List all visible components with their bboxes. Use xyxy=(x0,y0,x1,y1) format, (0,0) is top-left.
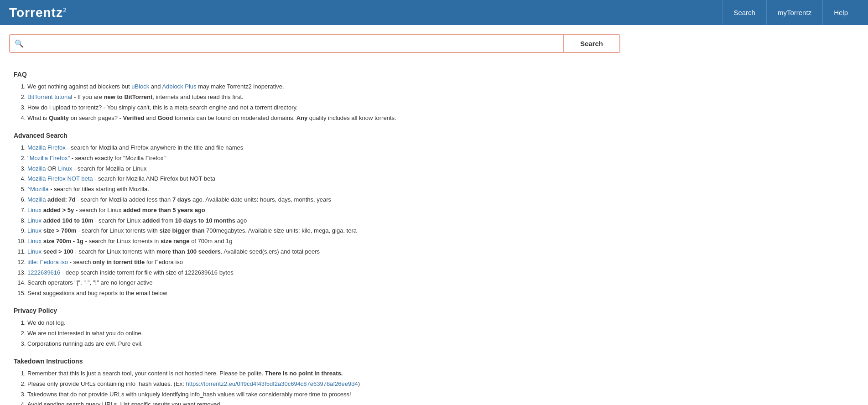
advanced-search-title: Advanced Search xyxy=(14,130,616,140)
search-input[interactable] xyxy=(26,35,558,52)
list-item: Mozilla OR Linux - search for Mozilla or… xyxy=(27,164,616,174)
privacy-policy-list: We do not log. We are not interested in … xyxy=(27,318,616,348)
content: FAQ We got nothing against ad blockers b… xyxy=(0,57,629,405)
takedown-title: Takedown Instructions xyxy=(14,356,616,366)
adv-link-4[interactable]: Mozilla Firefox NOT beta xyxy=(27,175,93,182)
faq-list: We got nothing against ad blockers but u… xyxy=(27,82,616,123)
adv-link-11[interactable]: Linux xyxy=(27,248,42,255)
bittorrent-tutorial-link[interactable]: BitTorrent tutorial xyxy=(27,93,72,100)
list-item: Linux seed > 100 - search for Linux torr… xyxy=(27,247,616,257)
nav-bar: Search myTorrentz Help xyxy=(722,0,859,25)
adv-link-8[interactable]: Linux xyxy=(27,217,42,224)
privacy-policy-title: Privacy Policy xyxy=(14,306,616,316)
list-item: We are not interested in what you do onl… xyxy=(27,329,616,338)
site-logo[interactable]: Torrentz2 xyxy=(9,5,67,20)
list-item: We got nothing against ad blockers but u… xyxy=(27,82,616,92)
header: Torrentz2 Search myTorrentz Help xyxy=(0,0,868,25)
adv-link-1[interactable]: Mozilla Firefox xyxy=(27,144,66,151)
adv-link-5[interactable]: ^Mozilla xyxy=(27,186,49,192)
list-item: What is Quality on search pages? - Verif… xyxy=(27,114,616,123)
adv-link-9[interactable]: Linux xyxy=(27,227,42,234)
list-item: Linux size > 700m - search for Linux tor… xyxy=(27,226,616,236)
takedown-list: Remember that this is just a search tool… xyxy=(27,369,616,405)
list-item: How do I upload to torrentz? - You simpl… xyxy=(27,103,616,113)
list-item: Mozilla Firefox - search for Mozilla and… xyxy=(27,143,616,153)
logo-text: Torrentz xyxy=(9,5,63,20)
adv-link-12[interactable]: title: Fedora iso xyxy=(27,259,68,265)
faq-title: FAQ xyxy=(14,69,616,79)
list-item: Linux size 700m - 1g - search for Linux … xyxy=(27,237,616,246)
list-item: Remember that this is just a search tool… xyxy=(27,369,616,379)
adv-link-3b[interactable]: Linux xyxy=(58,165,72,172)
list-item: Send suggestions and bug reports to the … xyxy=(27,289,616,298)
adv-link-13[interactable]: 1222639616 xyxy=(27,269,60,276)
nav-search[interactable]: Search xyxy=(722,0,766,25)
adblock-link[interactable]: Adblock Plus xyxy=(162,83,196,90)
nav-mytorrentz[interactable]: myTorrentz xyxy=(766,0,822,25)
list-item: ^Mozilla - search for titles starting wi… xyxy=(27,185,616,194)
search-area: 🔍 Search xyxy=(0,25,629,57)
ublock-link[interactable]: uBlock xyxy=(131,83,149,90)
list-item: Mozilla Firefox NOT beta - search for Mo… xyxy=(27,174,616,184)
advanced-search-list: Mozilla Firefox - search for Mozilla and… xyxy=(27,143,616,298)
adv-link-10[interactable]: Linux xyxy=(27,238,42,244)
nav-help[interactable]: Help xyxy=(822,0,859,25)
list-item: Search operators "|", "-", "!" are no lo… xyxy=(27,278,616,288)
list-item: 1222639616 - deep search inside torrent … xyxy=(27,268,616,278)
list-item: Takedowns that do not provide URLs with … xyxy=(27,390,616,400)
example-hash-link[interactable]: https://torrentz2.eu/0ff9cd4f43f5df2a30c… xyxy=(186,380,358,387)
list-item: Avoid sending search query URLs. List sp… xyxy=(27,400,616,405)
list-item: Linux added > 5y - search for Linux adde… xyxy=(27,206,616,215)
list-item: Mozilla added: 7d - search for Mozilla a… xyxy=(27,195,616,205)
list-item: Linux added 10d to 10m - search for Linu… xyxy=(27,216,616,226)
list-item: Corporations running ads are evil. Pure … xyxy=(27,339,616,349)
search-input-wrapper: 🔍 xyxy=(10,35,563,52)
logo-sup: 2 xyxy=(63,6,67,13)
search-button[interactable]: Search xyxy=(563,35,619,52)
list-item: We do not log. xyxy=(27,318,616,328)
list-item: Please only provide URLs containing info… xyxy=(27,379,616,389)
list-item: BitTorrent tutorial - If you are new to … xyxy=(27,93,616,102)
search-form: 🔍 Search xyxy=(9,34,620,53)
search-icon: 🔍 xyxy=(15,39,24,48)
list-item: title: Fedora iso - search only in torre… xyxy=(27,258,616,267)
adv-link-2[interactable]: Mozilla Firefox xyxy=(30,155,68,161)
adv-link-6[interactable]: Mozilla xyxy=(27,196,46,203)
adv-link-3a[interactable]: Mozilla xyxy=(27,165,46,172)
adv-link-7[interactable]: Linux xyxy=(27,207,42,213)
list-item: "Mozilla Firefox" - search exactly for "… xyxy=(27,154,616,163)
